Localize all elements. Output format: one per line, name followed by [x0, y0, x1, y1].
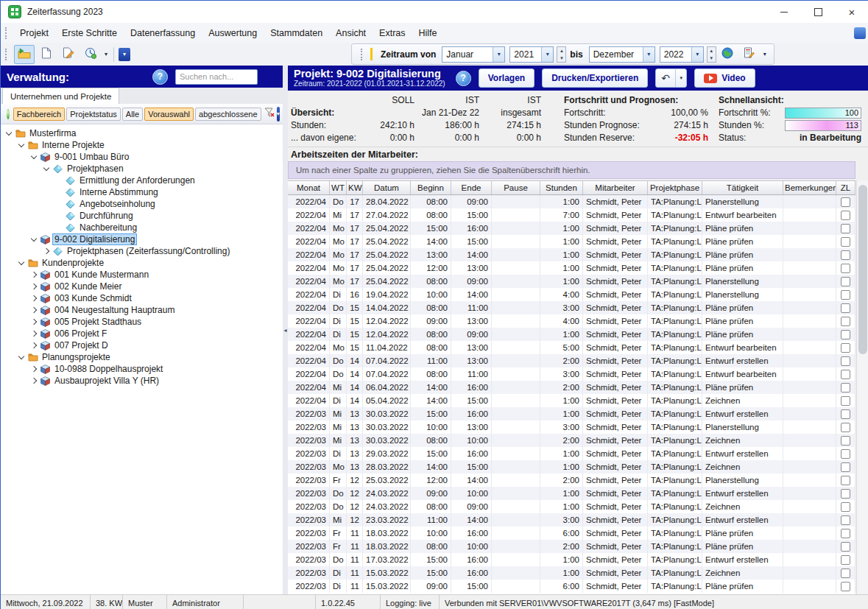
zl-checkbox[interactable] — [841, 250, 850, 260]
column-header-zl[interactable]: ZL — [836, 181, 855, 194]
menu-overflow-icon[interactable] — [854, 27, 866, 39]
from-year-spinner[interactable]: ▲▼ — [557, 46, 566, 63]
chevron-down-icon[interactable] — [18, 353, 24, 359]
zl-checkbox[interactable] — [841, 542, 850, 552]
undo-dropdown-arrow[interactable]: ▾ — [675, 69, 686, 87]
menu-item-ansicht[interactable]: Ansicht — [329, 25, 373, 41]
tree-item-002-kunde-meier[interactable]: 002 Kunde Meier — [1, 281, 283, 292]
timer-settings-button[interactable] — [80, 45, 101, 64]
menu-item-stammdaten[interactable]: Stammdaten — [264, 25, 329, 41]
zl-checkbox[interactable] — [841, 515, 850, 525]
tree-item-interne-abstimmung[interactable]: Interne Abstimmung — [1, 186, 283, 198]
menu-item-projekt[interactable]: Projekt — [13, 25, 55, 41]
to-year-select[interactable]: 2022 ▾ — [660, 46, 704, 63]
column-header-projektphase[interactable]: Projektphase — [648, 181, 702, 194]
zl-checkbox[interactable] — [841, 489, 850, 499]
calendar-globe-button[interactable] — [717, 45, 738, 64]
worktime-row[interactable]: 2022/04Do1407.04.202211:0013:002:00Schmi… — [288, 354, 855, 367]
refresh-sphere-icon[interactable] — [7, 109, 10, 119]
from-month-select[interactable]: Januar ▾ — [442, 46, 505, 63]
worktime-row[interactable]: 2022/03Mi1330.03.202215:0016:001:00Schmi… — [288, 407, 855, 420]
toolbar-grip[interactable] — [5, 49, 10, 60]
zl-checkbox[interactable] — [841, 211, 850, 220]
zl-checkbox[interactable] — [841, 396, 850, 406]
undo-split-button[interactable]: ↶ ▾ — [655, 68, 687, 88]
zl-checkbox[interactable] — [841, 224, 850, 233]
tree-item-003-kunde-schmidt[interactable]: 003 Kunde Schmidt — [1, 292, 283, 304]
tree-item-004-neugestaltung-hauptraum[interactable]: 004 Neugestaltung Hauptraum — [1, 304, 283, 316]
zl-checkbox[interactable] — [841, 370, 850, 379]
worktime-row[interactable]: 2022/04Mo1725.04.202214:0015:001:00Schmi… — [288, 235, 855, 248]
tree-item-9-001-umbau-büro[interactable]: 9-001 Umbau Büro — [1, 151, 283, 163]
vorlagen-button[interactable]: Vorlagen — [479, 68, 534, 88]
chevron-right-icon[interactable] — [31, 307, 37, 313]
filter-alle[interactable]: Alle — [122, 108, 143, 121]
worktime-row[interactable]: 2022/04Mi1406.04.202214:0016:002:00Schmi… — [288, 381, 855, 394]
undo-icon[interactable]: ↶ — [656, 69, 675, 87]
timer-dropdown-arrow[interactable]: ▾ — [102, 46, 110, 63]
panel-splitter[interactable]: ◄ — [283, 66, 288, 594]
column-header-ende[interactable]: Ende — [451, 181, 492, 194]
worktime-row[interactable]: 2022/04Do1514.04.202208:0011:003:00Schmi… — [288, 301, 855, 314]
column-header-wt[interactable]: WT — [330, 181, 347, 194]
new-document-button[interactable] — [36, 45, 57, 64]
tree-item-006-projekt-f[interactable]: 006 Projekt F — [1, 328, 283, 339]
tree-item-kundenprojekte[interactable]: Kundenprojekte — [1, 257, 283, 269]
worktime-row[interactable]: 2022/04Mo1725.04.202208:0009:001:00Schmi… — [288, 275, 855, 288]
worktime-row[interactable]: 2022/04Di1405.04.202214:0015:001:00Schmi… — [288, 394, 855, 407]
report-edit-button[interactable] — [739, 45, 760, 64]
zl-checkbox[interactable] — [841, 423, 850, 432]
zl-checkbox[interactable] — [841, 383, 850, 392]
tree-item-9-002-digitalisierung[interactable]: 9-002 Digitalisierung — [1, 233, 283, 245]
worktime-row[interactable]: 2022/04Mo1725.04.202212:0013:001:00Schmi… — [288, 261, 855, 275]
chevron-right-icon[interactable] — [31, 366, 37, 372]
close-button[interactable]: × — [835, 1, 868, 23]
column-header-stunden[interactable]: Stunden — [540, 181, 583, 194]
column-header-pause[interactable]: Pause — [492, 181, 540, 194]
menubar-grip[interactable] — [5, 27, 10, 39]
zl-checkbox[interactable] — [841, 436, 850, 446]
chevron-right-icon[interactable] — [43, 248, 49, 254]
clear-filter-icon[interactable] — [264, 108, 275, 120]
worktime-row[interactable]: 2022/03Mi1330.03.202210:0013:003:00Schmi… — [288, 420, 855, 434]
worktime-row[interactable]: 2022/03Di1329.03.202215:0016:001:00Schmi… — [288, 447, 855, 460]
menu-item-datenerfassung[interactable]: Datenerfassung — [124, 25, 202, 41]
worktime-row[interactable]: 2022/03Do1224.03.202208:0009:001:00Schmi… — [288, 500, 855, 513]
zl-checkbox[interactable] — [841, 303, 850, 313]
worktime-row[interactable]: 2022/04Mo1725.04.202215:0016:001:00Schmi… — [288, 222, 855, 235]
zl-checkbox[interactable] — [841, 582, 850, 591]
table-scrollbar[interactable] — [856, 180, 868, 594]
filter-fachbereich[interactable]: Fachbereich — [13, 108, 66, 121]
worktime-row[interactable]: 2022/04Di1512.04.202208:0009:001:00Schmi… — [288, 328, 855, 341]
zl-checkbox[interactable] — [841, 409, 850, 419]
column-header-beginn[interactable]: Beginn — [411, 181, 451, 194]
help-icon-left[interactable]: ? — [152, 69, 168, 85]
worktime-row[interactable]: 2022/03Fr1118.03.202208:0010:002:00Schmi… — [288, 540, 855, 553]
tree-item-007-projekt-d[interactable]: 007 Projekt D — [1, 339, 283, 351]
filter-projektstatus[interactable]: Projektstatus — [66, 108, 121, 121]
worktime-row[interactable]: 2022/03Mi1223.03.202211:0014:003:00Schmi… — [288, 513, 855, 527]
worktime-row[interactable]: 2022/04Di1619.04.202210:0014:004:00Schmi… — [288, 288, 855, 301]
toolbar-overflow-dropdown[interactable]: ▾ — [119, 48, 130, 61]
zl-checkbox[interactable] — [841, 264, 850, 273]
chevron-right-icon[interactable] — [31, 284, 37, 289]
worktime-row[interactable]: 2022/03Do1224.03.202209:0010:001:00Schmi… — [288, 487, 855, 500]
worktime-row[interactable]: 2022/04Mo1725.04.202213:0014:001:00Schmi… — [288, 248, 855, 261]
video-button[interactable]: Video — [694, 68, 755, 88]
filter-abgeschlossene[interactable]: abgeschlossene — [195, 108, 261, 121]
tree-item-005-projekt-stadthaus[interactable]: 005 Projekt Stadthaus — [1, 316, 283, 328]
search-input[interactable] — [175, 69, 258, 85]
zl-checkbox[interactable] — [841, 343, 850, 353]
chevron-right-icon[interactable] — [31, 319, 37, 325]
tree-item-projektphasen[interactable]: Projektphasen — [1, 163, 283, 175]
menu-item-auswertung[interactable]: Auswertung — [202, 25, 264, 41]
tree-item-projektphasen-zeiterfassung-controlling[interactable]: Projektphasen (Zeiterfassung/Controlling… — [1, 245, 283, 257]
open-project-button[interactable] — [14, 45, 35, 64]
column-header-datum[interactable]: Datum — [363, 181, 411, 194]
tree-item-angebotseinholung[interactable]: Angebotseinholung — [1, 198, 283, 210]
worktime-row[interactable]: 2022/03Mi1330.03.202208:0010:002:00Schmi… — [288, 434, 855, 447]
zl-checkbox[interactable] — [841, 290, 850, 300]
chevron-down-icon[interactable] — [43, 165, 49, 171]
chevron-down-icon[interactable] — [18, 141, 24, 147]
chevron-down-icon[interactable] — [18, 259, 24, 265]
